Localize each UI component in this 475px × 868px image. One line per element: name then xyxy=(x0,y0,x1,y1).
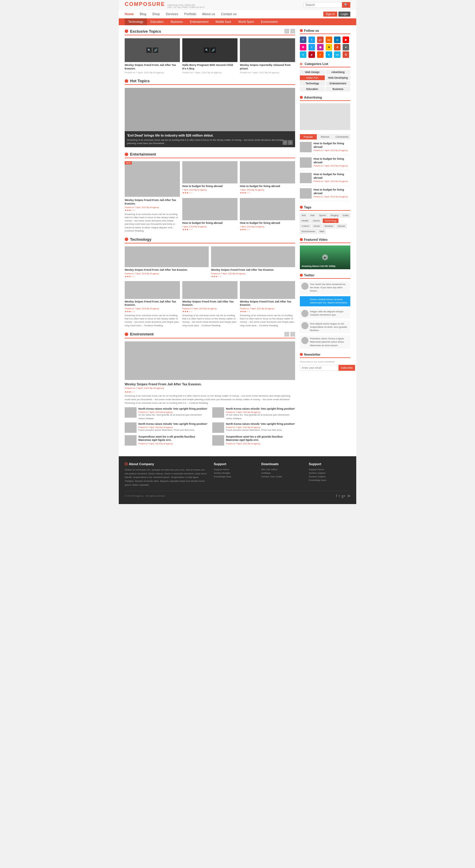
ent-sub-title-3[interactable]: How to budget for living abroad xyxy=(182,221,238,225)
nav-blog[interactable]: Blog xyxy=(140,10,146,18)
zoom-icon[interactable]: 🔍 xyxy=(146,48,152,53)
footer-support2-link-3[interactable]: Surface Subject xyxy=(309,475,350,478)
tag-culture[interactable]: Culture xyxy=(300,224,311,228)
footer-support-link-1[interactable]: Support Home xyxy=(214,468,255,471)
tag-technology[interactable]: Technology xyxy=(323,218,338,223)
cat-business[interactable]: Business xyxy=(326,87,351,91)
footer-support-link-2[interactable]: Surface Budget xyxy=(214,472,255,474)
social-skype[interactable]: s xyxy=(326,51,332,58)
social-linkedin[interactable]: in xyxy=(334,36,341,43)
tag-health[interactable]: Health xyxy=(300,218,310,223)
footer-social-email[interactable]: ✉ xyxy=(347,494,350,498)
nav-portfolio[interactable]: Portfoilo xyxy=(184,10,196,18)
cat-education[interactable]: Education xyxy=(147,19,167,25)
cat-business[interactable]: Business xyxy=(167,19,186,25)
signin-button[interactable]: Sign in xyxy=(323,11,337,17)
zoom-icon-2[interactable]: 🔍 xyxy=(204,48,209,53)
footer-support2-link-2[interactable]: Surface Subject xyxy=(309,472,350,474)
cat-technology[interactable]: Technology xyxy=(300,81,325,86)
video-thumb[interactable]: ▶ Amazing Nature full HD 1080p xyxy=(300,246,350,269)
env-sub-title-l2[interactable]: North Korea raises missile 'into upright… xyxy=(138,423,208,426)
footer-downloads-link-3[interactable]: Surface User Guide xyxy=(261,475,303,478)
social-rss[interactable]: rss xyxy=(326,36,332,43)
tag-music[interactable]: Music xyxy=(312,224,322,228)
footer-support2-link-4[interactable]: Knowledge base xyxy=(309,479,350,482)
footer-social-googleplus[interactable]: g+ xyxy=(341,494,346,498)
env-sub-title-l3[interactable]: Suspendisse amet leo a elit gravida fauc… xyxy=(138,435,208,442)
footer-social-twitter[interactable]: t xyxy=(339,494,340,498)
exclusive-prev[interactable]: ‹ xyxy=(284,29,289,34)
env-sub-title-l1[interactable]: North Korea raises missile 'into upright… xyxy=(138,407,208,411)
social-vimeo[interactable]: v xyxy=(300,51,306,58)
tag-sports[interactable]: Sports xyxy=(317,213,328,218)
cat-world-sport[interactable]: World Sport xyxy=(234,19,257,25)
social-digg[interactable]: d xyxy=(334,44,341,51)
nav-about[interactable]: About us xyxy=(202,10,215,18)
tag-arts[interactable]: Arts xyxy=(300,213,308,218)
tech-title-b1[interactable]: Wesley Snipes Freed From Jail After Tax … xyxy=(125,300,180,307)
tag-environment[interactable]: Environment xyxy=(300,229,317,234)
nav-home[interactable]: Home xyxy=(125,10,134,18)
popular-title-4[interactable]: How to budget for living abroad xyxy=(314,188,350,195)
popular-title-1[interactable]: How to budget for living abroad xyxy=(314,142,350,149)
newsletter-input[interactable] xyxy=(300,365,337,371)
cat-entertainment[interactable]: Entertainment xyxy=(186,19,212,25)
cat-environment[interactable]: Environment xyxy=(257,19,281,25)
tech-title-2[interactable]: Wesley Snipes Freed From Jail After Tax … xyxy=(211,268,295,272)
slider-prev[interactable]: ‹ xyxy=(283,140,287,145)
tech-title-b2[interactable]: Wesley Snipes Freed From Jail After Tax … xyxy=(182,300,238,307)
cat-advertising[interactable]: Advertising xyxy=(326,70,351,74)
featured-title-1[interactable]: Wesley Snipes Freed From Jail After Tax … xyxy=(125,64,180,70)
social-youtube[interactable]: ▶ xyxy=(343,36,349,43)
social-googleplus[interactable]: g+ xyxy=(317,36,324,43)
slider-next[interactable]: › xyxy=(288,140,293,145)
cat-entertainment-list[interactable]: Entertainment xyxy=(326,81,351,86)
nav-contact[interactable]: Contact us xyxy=(221,10,236,18)
social-instagram[interactable]: ◉ xyxy=(317,44,324,51)
footer-social-facebook[interactable]: f xyxy=(336,494,337,498)
newsletter-subscribe-button[interactable]: Subscribe xyxy=(339,365,355,371)
env-next[interactable]: › xyxy=(290,332,295,337)
link-icon[interactable]: 🔗 xyxy=(153,48,158,53)
featured-title-2[interactable]: Halle Berry Pregnant With Second Child I… xyxy=(182,64,238,70)
tag-bullet[interactable]: bullet xyxy=(341,213,350,218)
tag-weather[interactable]: Weather xyxy=(323,224,335,228)
tag-moved[interactable]: Moved xyxy=(336,224,347,228)
footer-support-link-3[interactable]: Knowledge base xyxy=(214,475,255,478)
social-flickr[interactable]: ✿ xyxy=(300,44,306,51)
footer-support2-link-1[interactable]: Support Home xyxy=(309,468,350,471)
tag-humor[interactable]: Humor xyxy=(311,218,322,223)
nav-shop[interactable]: Shop xyxy=(152,10,160,18)
cat-web-design[interactable]: Web Design xyxy=(300,70,325,74)
tab-recent[interactable]: Recent xyxy=(317,134,334,140)
search-button[interactable]: 🔍 xyxy=(342,2,350,8)
social-pinterest[interactable]: p xyxy=(309,51,315,58)
tag-hair[interactable]: Hair xyxy=(309,213,316,218)
ent-sub-title-1[interactable]: How to budget for living abroad xyxy=(182,185,238,188)
tab-popular[interactable]: Popular xyxy=(300,134,317,140)
social-vk[interactable]: vm xyxy=(334,51,341,58)
social-stumbleupon[interactable]: ★ xyxy=(326,44,332,51)
tech-title-1[interactable]: Wesley Snipes Freed From Jail After Tax … xyxy=(125,268,209,272)
tag-wall[interactable]: Wall xyxy=(318,229,326,234)
popular-title-2[interactable]: How to budget for living abroad xyxy=(314,157,350,164)
env-prev[interactable]: ‹ xyxy=(284,332,289,337)
social-delicious[interactable]: ♦ xyxy=(343,44,349,51)
hot-headline[interactable]: 'Evil Dead' brings life to industry with… xyxy=(127,133,293,137)
cat-technology[interactable]: Technology xyxy=(125,19,147,25)
featured-title-3[interactable]: Wesley Snipes reportedly released from p… xyxy=(240,64,295,70)
ent-sub-title-2[interactable]: How to budget for living abroad xyxy=(240,185,295,188)
footer-downloads-link-2[interactable]: InsitilityA xyxy=(261,472,303,474)
env-main-title[interactable]: Wesley Snipes Freed From Jail After Tax … xyxy=(125,382,295,386)
exclusive-next[interactable]: › xyxy=(290,29,295,34)
env-sub-title-r3[interactable]: Suspendisse amet leo a elit gravida fauc… xyxy=(226,435,295,442)
cat-make-fun[interactable]: Make Fun xyxy=(300,75,325,80)
tab-comments[interactable]: Comments xyxy=(334,134,350,140)
nav-services[interactable]: Services xyxy=(166,10,178,18)
social-google[interactable]: G xyxy=(343,51,349,58)
login-button[interactable]: Login xyxy=(339,11,350,17)
ent-main-title[interactable]: Wesley Snipes Freed From Jail After Tax … xyxy=(125,198,180,206)
link-icon-2[interactable]: 🔗 xyxy=(211,48,216,53)
ent-sub-title-4[interactable]: How to budget for living abroad xyxy=(240,221,295,225)
social-facebook[interactable]: f xyxy=(300,36,306,43)
